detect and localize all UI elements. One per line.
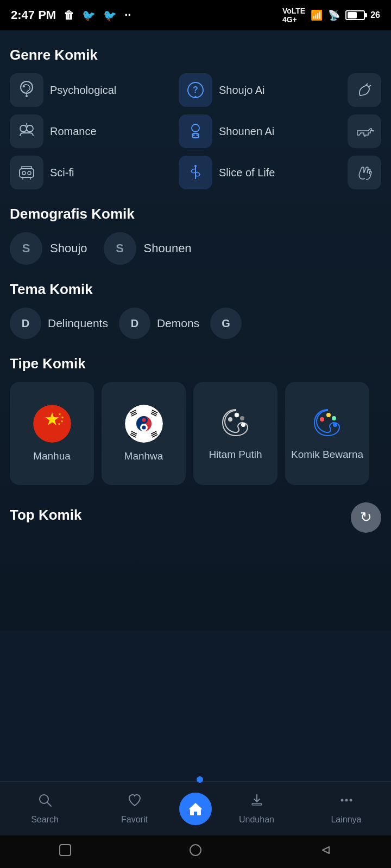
status-bar: 2:47 PM 🗑 🐦 🐦 ·· VoLTE4G+ 📶 📡 26 — [0, 0, 391, 30]
bottom-nav: Search Favorit Unduhan — [0, 781, 391, 835]
nav-item-home[interactable] — [179, 793, 212, 825]
svg-line-49 — [47, 802, 51, 806]
favorit-nav-label: Favorit — [121, 815, 148, 825]
strength-icon-box[interactable] — [348, 73, 381, 107]
demografis-title: Demografis Komik — [10, 206, 381, 222]
svg-point-8 — [192, 124, 199, 132]
romance-icon — [10, 114, 43, 148]
shounenai-icon — [179, 114, 212, 148]
twitter-icon-2: 🐦 — [103, 9, 117, 22]
shoujo-circle-icon: S — [10, 232, 42, 265]
hitam-putih-label: Hitam Putih — [209, 449, 262, 461]
search-nav-icon — [37, 793, 53, 812]
romance-label: Romance — [50, 125, 97, 138]
time-display: 2:47 PM — [11, 8, 56, 22]
battery-icon — [345, 10, 365, 20]
svg-rect-13 — [20, 169, 34, 177]
svg-point-15 — [28, 171, 31, 175]
status-bar-left: 2:47 PM 🗑 🐦 🐦 ·· — [11, 8, 131, 22]
delinquents-label: Delinquents — [48, 317, 108, 330]
top-komik-section: Top Komik ↻ — [10, 501, 381, 533]
genre-item-scifi[interactable]: Sci-fi — [10, 156, 171, 189]
demografis-grid: S Shoujo S Shounen — [10, 232, 381, 265]
home-nav-dot — [197, 776, 203, 783]
svg-rect-50 — [252, 803, 262, 805]
android-back-triangle-btn[interactable] — [318, 843, 333, 861]
battery-percent: 26 — [370, 10, 380, 20]
nav-item-search[interactable]: Search — [0, 793, 90, 825]
dots-icon: ·· — [124, 8, 131, 22]
genre-item-romance[interactable]: Romance — [10, 114, 171, 148]
unduhan-nav-label: Unduhan — [239, 815, 274, 825]
svg-point-51 — [340, 799, 343, 802]
tipe-card-manhwa[interactable]: Manhwa — [102, 382, 186, 485]
tipe-grid: Manhua — [10, 382, 381, 485]
tipe-card-manhua[interactable]: Manhua — [10, 382, 94, 485]
tipe-title: Tipe Komik — [10, 355, 381, 372]
svg-point-0 — [21, 81, 33, 93]
demo-item-shounen[interactable]: S Shounen — [104, 232, 192, 265]
korea-flag-icon — [125, 405, 163, 443]
svg-point-46 — [332, 416, 336, 420]
genre-item-shounenai[interactable]: Shounen Ai — [179, 114, 340, 148]
tema-item-demons[interactable]: D Demons — [119, 308, 199, 339]
tema-title: Tema Komik — [10, 281, 381, 298]
demo-item-shoujo[interactable]: S Shoujo — [10, 232, 87, 265]
psychological-label: Psychological — [50, 84, 116, 97]
top-komik-header: Top Komik ↻ — [10, 501, 381, 533]
genre-item-sliceoflife[interactable]: Slice of Life — [179, 156, 340, 189]
svg-point-26 — [142, 418, 146, 422]
android-nav-bar — [0, 835, 391, 868]
svg-point-41 — [235, 413, 239, 417]
tema-g-partial-icon[interactable]: G — [210, 308, 242, 339]
genre-item-psychological[interactable]: Psychological — [10, 73, 171, 107]
palette-bw-icon — [219, 406, 252, 441]
svg-point-44 — [320, 417, 324, 422]
genre-item-shoujoai[interactable]: ? Shoujo Ai — [179, 73, 340, 107]
hand-icon-box[interactable] — [348, 156, 381, 189]
svg-point-14 — [22, 171, 26, 175]
status-bar-right: VoLTE4G+ 📶 📡 26 — [282, 7, 380, 24]
svg-point-6 — [20, 125, 27, 132]
svg-point-10 — [193, 135, 195, 136]
shoujo-label: Shoujo — [50, 241, 87, 256]
top-komik-title: Top Komik — [10, 507, 81, 524]
svg-rect-54 — [60, 845, 71, 856]
svg-point-11 — [197, 135, 198, 136]
tipe-card-hitam-putih[interactable]: Hitam Putih — [193, 382, 278, 485]
tema-item-delinquents[interactable]: D Delinquents — [10, 308, 108, 339]
psychological-icon — [10, 73, 43, 107]
nav-item-lainnya[interactable]: Lainnya — [301, 793, 391, 825]
svg-point-5 — [194, 96, 197, 98]
svg-text:?: ? — [193, 85, 198, 94]
svg-point-47 — [333, 423, 337, 427]
scifi-icon — [10, 156, 43, 189]
nav-item-unduhan[interactable]: Unduhan — [212, 793, 301, 825]
trash-icon: 🗑 — [64, 9, 74, 22]
svg-point-27 — [142, 426, 146, 430]
svg-point-18 — [33, 405, 71, 443]
palette-color-icon — [311, 406, 344, 441]
refresh-button[interactable]: ↻ — [351, 502, 381, 533]
tema-grid: D Delinquents D Demons G — [10, 308, 381, 339]
china-flag-icon — [33, 405, 71, 443]
android-back-square-btn[interactable] — [58, 843, 73, 861]
genre-grid: Psychological ? Shoujo Ai — [10, 73, 381, 189]
gun-icon-box[interactable] — [348, 114, 381, 148]
svg-point-1 — [23, 85, 25, 87]
komik-bewarna-label: Komik Bewarna — [291, 449, 363, 461]
lte-icon: VoLTE4G+ — [282, 7, 305, 24]
signal-icon: 📶 — [311, 9, 323, 21]
search-nav-label: Search — [31, 815, 59, 825]
shoujoai-icon: ? — [179, 73, 212, 107]
tipe-card-komik-bewarna[interactable]: Komik Bewarna — [285, 382, 369, 485]
manhwa-label: Manhwa — [124, 450, 163, 462]
manhua-label: Manhua — [33, 450, 71, 462]
android-home-circle-btn[interactable] — [188, 843, 203, 861]
svg-point-43 — [241, 423, 245, 427]
nav-item-favorit[interactable]: Favorit — [90, 793, 179, 825]
svg-point-7 — [27, 125, 33, 132]
demons-label: Demons — [157, 317, 199, 330]
home-nav-icon — [179, 793, 212, 825]
svg-point-2 — [26, 95, 28, 97]
